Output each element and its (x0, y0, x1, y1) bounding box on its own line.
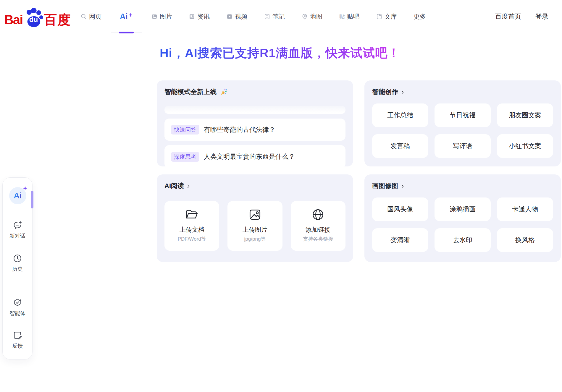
logo-text-bai: Bai (4, 11, 22, 28)
create-btn-moments-copy[interactable]: 朋友圈文案 (497, 103, 553, 127)
news-icon (189, 13, 195, 20)
baidu-paw-icon: du (24, 7, 43, 28)
tab-label: 视频 (235, 12, 247, 21)
login-link[interactable]: 登录 (535, 12, 548, 21)
sparkle-star-icon (23, 186, 28, 191)
sidebar-item-label: 智能体 (9, 310, 25, 317)
sidebar-ai-logo[interactable]: Ai (9, 187, 26, 204)
tile-subtitle: jpg/png等 (244, 236, 266, 242)
suggestion-row-partial[interactable] (164, 106, 345, 114)
create-btn-work-summary[interactable]: 工作总结 (372, 103, 428, 127)
tab-notes[interactable]: 笔记 (264, 12, 285, 21)
tile-subtitle: PDF/Word等 (178, 236, 206, 242)
smart-create-header[interactable]: 智能创作 (372, 88, 553, 96)
create-btn-speech-draft[interactable]: 发言稿 (372, 134, 428, 158)
ai-reading-tiles: 上传文档 PDF/Word等 上传图片 jpg/png等 添加链接 (164, 201, 345, 251)
tab-label: 地图 (310, 12, 322, 21)
chevron-right-icon (400, 90, 405, 95)
sidebar-item-history[interactable]: 历史 (3, 254, 32, 273)
tab-label: 更多 (414, 12, 426, 21)
upload-image-tile[interactable]: 上传图片 jpg/png等 (227, 201, 282, 251)
folder-open-icon (185, 208, 199, 222)
tab-ai-label: Ai (120, 12, 128, 21)
chevron-right-icon (186, 184, 191, 189)
draw-btn-guofeng-avatar[interactable]: 国风头像 (372, 197, 428, 221)
sidebar-ai-text: Ai (14, 191, 22, 200)
tab-more[interactable]: 更多 (414, 12, 426, 21)
tile-title: 上传图片 (243, 226, 267, 234)
search-icon (80, 13, 87, 20)
suggestion-text: 人类文明最宝贵的东西是什么？ (204, 152, 295, 161)
draw-btn-sharpen[interactable]: 变清晰 (372, 228, 428, 252)
suggestion-text: 有哪些奇葩的古代法律？ (204, 125, 275, 134)
draw-btn-cartoon-figure[interactable]: 卡通人物 (497, 197, 553, 221)
draw-btn-remove-watermark[interactable]: 去水印 (435, 228, 491, 252)
agent-icon (13, 298, 22, 307)
logo-text-cn: 百度 (44, 11, 71, 28)
suggestion-tag: 深度思考 (171, 152, 199, 162)
draw-edit-header[interactable]: 画图修图 (372, 182, 553, 190)
tab-webpage[interactable]: 网页 (80, 12, 101, 21)
tab-maps[interactable]: 地图 (301, 12, 322, 21)
map-pin-icon (301, 13, 308, 20)
draw-btn-change-style[interactable]: 换风格 (497, 228, 553, 252)
tab-label: 文库 (385, 12, 397, 21)
nav-links: 百度首页 登录 (495, 0, 548, 33)
tile-subtitle: 支持各类链接 (303, 236, 333, 242)
create-btn-write-comments[interactable]: 写评语 (435, 134, 491, 158)
ai-reading-header[interactable]: AI阅读 (164, 182, 345, 190)
smart-create-card: 智能创作 工作总结 节日祝福 朋友圈文案 发言稿 写评语 小红书文案 (364, 80, 561, 166)
image-icon (151, 13, 158, 20)
tab-label: 图片 (160, 12, 172, 21)
sparkle-star-icon (128, 13, 133, 17)
card-title: 智能模式全新上线 (164, 88, 217, 96)
tab-video[interactable]: 视频 (226, 12, 247, 21)
add-link-tile[interactable]: 添加链接 支持各类链接 (291, 201, 345, 251)
nav-tabs: 网页 Ai 图片 (80, 0, 426, 33)
image-icon (248, 208, 262, 222)
logo-text-du: du (29, 15, 38, 24)
new-chat-icon (13, 221, 22, 230)
active-indicator (31, 191, 33, 208)
smart-mode-header: 智能模式全新上线 (164, 88, 345, 96)
create-btn-xiaohongshu[interactable]: 小红书文案 (497, 134, 553, 158)
left-sidebar: Ai 新对话 历史 智能体 反 (2, 177, 33, 359)
sidebar-item-new-chat[interactable]: 新对话 (3, 221, 32, 239)
ai-reading-card: AI阅读 上传文档 PDF/Word等 上传图片 (157, 174, 353, 262)
suggestion-row-deep-think[interactable]: 深度思考 人类文明最宝贵的东西是什么？ (164, 145, 345, 166)
smart-create-buttons: 工作总结 节日祝福 朋友圈文案 发言稿 写评语 小红书文案 (372, 103, 553, 158)
tab-ai[interactable]: Ai (118, 0, 135, 33)
draw-btn-doodle-art[interactable]: 涂鸦插画 (435, 197, 491, 221)
sidebar-item-label: 新对话 (9, 232, 25, 239)
tab-label: 贴吧 (347, 12, 359, 21)
tile-title: 上传文档 (180, 226, 204, 234)
tab-images[interactable]: 图片 (151, 12, 172, 21)
tab-label: 笔记 (272, 12, 285, 21)
draw-edit-buttons: 国风头像 涂鸦插画 卡通人物 变清晰 去水印 换风格 (372, 197, 553, 252)
create-btn-holiday-wishes[interactable]: 节日祝福 (435, 103, 491, 127)
upload-document-tile[interactable]: 上传文档 PDF/Word等 (164, 201, 219, 251)
tab-news[interactable]: 资讯 (189, 12, 210, 21)
sidebar-item-agents[interactable]: 智能体 (3, 298, 32, 317)
smart-mode-card: 智能模式全新上线 快速问答 有哪些奇葩的古代法律？ 深度思考 人类文明最宝贵的东… (157, 80, 353, 166)
top-nav: Bai du 百度 网页 Ai (0, 0, 562, 33)
history-icon (13, 254, 22, 263)
bookmark-icon (376, 13, 382, 20)
suggestion-tag: 快速问答 (171, 125, 199, 135)
baidu-home-link[interactable]: 百度首页 (495, 12, 521, 21)
baidu-logo[interactable]: Bai du 百度 (4, 7, 71, 28)
tab-label: 资讯 (197, 12, 210, 21)
sidebar-item-feedback[interactable]: 反馈 (3, 331, 32, 349)
sidebar-item-label: 反馈 (12, 342, 23, 349)
tab-wenku[interactable]: 文库 (376, 12, 397, 21)
note-icon (264, 13, 270, 20)
feedback-icon (13, 331, 22, 340)
suggestion-row-quick-answer[interactable]: 快速问答 有哪些奇葩的古代法律？ (164, 119, 345, 141)
cards-grid: 智能模式全新上线 快速问答 有哪些奇葩的古代法律？ 深度思考 人类文明最宝贵的东… (157, 80, 561, 262)
sidebar-divider (12, 285, 24, 285)
card-title: 智能创作 (372, 88, 398, 96)
tile-title: 添加链接 (306, 226, 330, 234)
globe-icon (311, 208, 325, 222)
tab-tieba[interactable]: 贴 贴吧 (339, 12, 359, 21)
chevron-right-icon (400, 184, 405, 189)
